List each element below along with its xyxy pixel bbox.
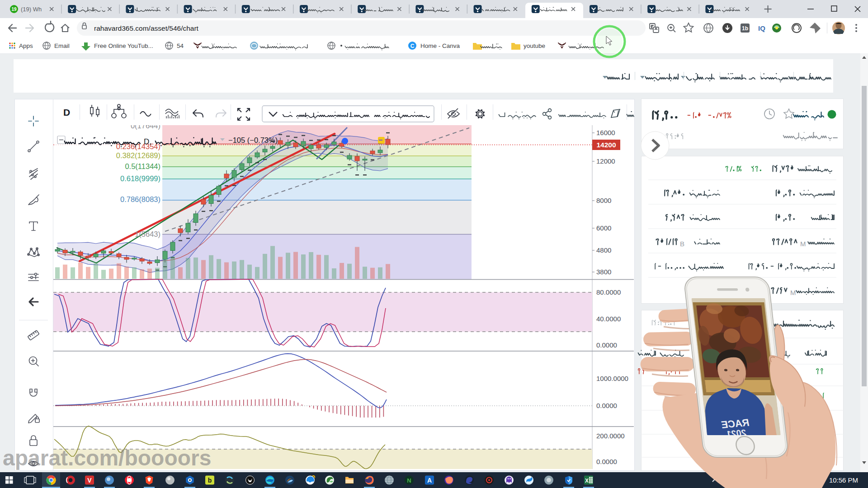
svg-text:200.0000: 200.0000 — [596, 432, 625, 440]
svg-text:B: B — [680, 240, 684, 248]
svg-text:D,: D, — [144, 137, 151, 146]
svg-text:0.5(11344): 0.5(11344) — [125, 162, 160, 170]
svg-text:12000: 12000 — [596, 157, 615, 165]
svg-text:0.0000: 0.0000 — [596, 458, 617, 465]
svg-text:14200: 14200 — [596, 141, 616, 149]
svg-text:b: b — [208, 477, 212, 484]
svg-text:V: V — [87, 477, 92, 484]
svg-text:Email: Email — [54, 42, 70, 49]
svg-text:youtube: youtube — [524, 42, 545, 49]
svg-text:C: C — [410, 43, 415, 49]
svg-text:0.618(9999): 0.618(9999) — [120, 174, 160, 183]
svg-text:0.382(12689): 0.382(12689) — [116, 151, 160, 160]
svg-text:−105 (−0.73%): −105 (−0.73%) — [228, 136, 278, 144]
svg-text:40.0000: 40.0000 — [596, 315, 621, 323]
svg-text:54: 54 — [177, 42, 184, 49]
svg-text:rahavard365.com/asset/546/char: rahavard365.com/asset/546/chart — [94, 24, 199, 32]
svg-text:4800: 4800 — [596, 246, 611, 254]
svg-text:Free Online YouTub...: Free Online YouTub... — [94, 42, 153, 49]
svg-text:3800: 3800 — [596, 268, 611, 276]
svg-text:0.0000: 0.0000 — [596, 341, 617, 349]
svg-text:0.786(8083): 0.786(8083) — [120, 195, 160, 203]
svg-text:8000: 8000 — [596, 197, 611, 204]
svg-text:16000: 16000 — [596, 129, 615, 136]
svg-text:0(17644): 0(17644) — [131, 125, 160, 130]
svg-text:(19) Wh: (19) Wh — [21, 6, 42, 13]
svg-text:N: N — [407, 477, 411, 484]
svg-text:D: D — [63, 107, 70, 117]
svg-text:1(5643): 1(5643) — [135, 230, 160, 238]
svg-text:IQ: IQ — [758, 24, 765, 32]
svg-text:80.0000: 80.0000 — [596, 288, 621, 296]
svg-text:Apps: Apps — [19, 42, 33, 49]
svg-text:6000: 6000 — [596, 224, 611, 232]
svg-text:1b: 1b — [742, 25, 748, 32]
svg-text:A: A — [427, 477, 432, 484]
svg-text:M: M — [800, 240, 806, 248]
svg-text:19: 19 — [11, 7, 17, 12]
svg-text:Home - Canva: Home - Canva — [420, 42, 460, 49]
svg-text:0.0000: 0.0000 — [596, 402, 617, 409]
svg-text:X: X — [585, 478, 589, 484]
